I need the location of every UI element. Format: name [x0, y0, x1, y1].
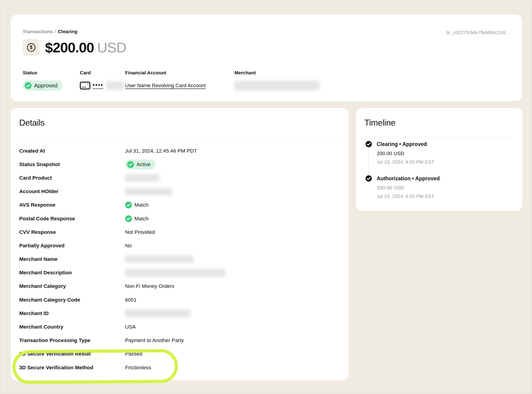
- details-rows: Created AtJul 31, 2024, 12:45:46 PM PDTS…: [19, 144, 342, 374]
- badge-text: Active: [137, 161, 150, 167]
- detail-row: Partially ApprovedNo: [19, 239, 342, 252]
- transaction-amount: $200.00USD: [45, 39, 127, 56]
- merchant-redacted: [235, 81, 320, 90]
- active-status-badge: Active: [125, 160, 156, 170]
- card-masked-digits: ••••: [93, 82, 103, 89]
- detail-row-label: Merchant ID: [19, 311, 125, 316]
- timeline-connector: [368, 149, 369, 174]
- detail-row: Account HOlder: [19, 185, 342, 198]
- detail-row-value: [125, 269, 226, 277]
- meta-status-column: Status Approved: [23, 70, 80, 91]
- detail-row-label: Merchant Country: [19, 324, 125, 330]
- meta-merchant-column: Merchant: [235, 70, 320, 91]
- timeline-divider: [365, 137, 513, 138]
- breadcrumb-separator: /: [55, 29, 56, 34]
- breadcrumb: Transactions/Clearing: [23, 29, 77, 34]
- transaction-detail-page: Transactions/Clearing te_c0227fc9de7fbdd…: [0, 0, 532, 394]
- detail-row: Postal Code ResponseMatch: [19, 212, 342, 225]
- meta-financial-account-column: Financial Account User Name Revolving Ca…: [125, 70, 235, 91]
- detail-row: Merchant Description: [19, 266, 342, 280]
- detail-value-text: USA: [125, 324, 136, 330]
- timeline-entry-title: Clearing • Approved: [377, 141, 434, 147]
- detail-row-value: Match: [125, 202, 148, 208]
- timeline-entry-title: Authorization • Approved: [377, 176, 440, 182]
- timeline-rail: [365, 140, 372, 175]
- check-circle-icon: [25, 82, 31, 89]
- detail-row-value: [125, 188, 172, 195]
- detail-value-text: Frictionless: [125, 365, 151, 371]
- check-value: Match: [125, 215, 148, 222]
- timeline-entry-amount: 200.00 USD: [377, 150, 434, 156]
- detail-row: 3D Secure Verification ResultPassed: [19, 347, 342, 361]
- timeline-entry: Clearing • Approved200.00 USDJul 23, 202…: [365, 140, 514, 175]
- detail-value-text: No: [125, 243, 132, 249]
- detail-row: Card Product: [19, 171, 342, 185]
- timeline-entry: Authorization • Approved200.00 USDJul 23…: [365, 175, 514, 199]
- detail-row-label: CVV Response: [19, 229, 125, 235]
- detail-row-label: Account HOlder: [19, 189, 125, 194]
- detail-value-text: Jul 31, 2024, 12:45:46 PM PDT: [125, 148, 197, 154]
- status-badge-text: Approved: [34, 82, 58, 89]
- details-divider: [19, 139, 343, 140]
- meta-card-column: Card ••••: [80, 70, 125, 91]
- timeline-entry-timestamp: Jul 23, 2024, 9:20 PM EST: [377, 159, 434, 165]
- detail-row-value: Jul 31, 2024, 12:45:46 PM PDT: [125, 148, 197, 154]
- detail-row-label: Merchant Name: [19, 256, 125, 262]
- detail-row-label: Transaction Processing Type: [19, 337, 125, 343]
- check-circle-icon: [127, 161, 134, 168]
- details-card: Details Created AtJul 31, 2024, 12:45:46…: [11, 108, 348, 380]
- timeline-entry-timestamp: Jul 23, 2024, 9:20 PM EST: [377, 194, 440, 199]
- detail-row: AVS ResponseMatch: [19, 198, 342, 212]
- detail-row-label: AVS Response: [19, 202, 125, 208]
- detail-row-value: Frictionless: [125, 365, 151, 371]
- detail-row-label: Merchant Category Code: [19, 297, 125, 303]
- detail-row-value: Match: [125, 215, 148, 222]
- card-last4-redacted: [106, 81, 124, 90]
- breadcrumb-transactions-link[interactable]: Transactions: [23, 29, 53, 34]
- check-value-text: Match: [134, 216, 148, 222]
- detail-row: Merchant Name: [19, 253, 342, 266]
- merchant-label: Merchant: [235, 70, 320, 76]
- detail-row-label: Partially Approved: [19, 243, 125, 249]
- detail-row: Merchant Category Code6051: [19, 293, 342, 307]
- detail-row-value: 6051: [125, 297, 137, 303]
- detail-row-label: Postal Code Response: [19, 216, 125, 222]
- header-meta-row: Status Approved Card ••••: [23, 70, 320, 91]
- card-icon: [80, 82, 90, 89]
- detail-row-value: Payment to Another Party: [125, 337, 184, 343]
- timeline-entries: Clearing • Approved200.00 USDJul 23, 202…: [365, 140, 514, 199]
- timeline-rail: [365, 175, 372, 199]
- detail-row-label: Created At: [19, 148, 125, 154]
- detail-row-value: [125, 310, 190, 317]
- redacted-value: [125, 269, 226, 277]
- redacted-value: [125, 255, 194, 263]
- timeline-entry-content: Clearing • Approved200.00 USDJul 23, 202…: [377, 140, 434, 175]
- detail-row-label: 3D Secure Verification Method: [19, 365, 125, 371]
- transaction-header-card: Transactions/Clearing te_c0227fc9de7fbdd…: [11, 15, 522, 101]
- detail-row-label: Merchant Description: [19, 270, 125, 276]
- redacted-value: [125, 310, 190, 317]
- dollar-icon: $: [23, 39, 40, 56]
- redacted-value: [125, 188, 172, 195]
- financial-account-link[interactable]: User Name Revolving Card Account: [125, 83, 206, 88]
- detail-row-label: Status Snapshot: [19, 161, 125, 167]
- check-circle-icon: [125, 202, 132, 208]
- detail-row-value: USA: [125, 324, 136, 330]
- detail-value-text: 6051: [125, 297, 137, 303]
- detail-row-label: Merchant Category: [19, 283, 125, 289]
- check-value: Match: [125, 202, 148, 208]
- detail-row: Merchant CategoryNon Fi Money Orders: [19, 280, 342, 293]
- check-value-text: Match: [134, 202, 148, 208]
- detail-row-value: Not Provided: [125, 229, 155, 235]
- detail-row-value: Passed: [125, 351, 142, 357]
- redacted-value: [125, 174, 159, 182]
- breadcrumb-current: Clearing: [58, 29, 77, 34]
- details-title: Details: [19, 118, 45, 128]
- detail-row-value: Non Fi Money Orders: [125, 283, 174, 289]
- detail-row-value: [125, 174, 159, 182]
- card-link[interactable]: ••••: [80, 81, 124, 90]
- detail-row-label: 3D Secure Verification Result: [19, 351, 125, 357]
- card-label: Card: [80, 70, 125, 76]
- detail-value-text: Non Fi Money Orders: [125, 283, 174, 289]
- timeline-card: Timeline Clearing • Approved200.00 USDJu…: [356, 108, 522, 211]
